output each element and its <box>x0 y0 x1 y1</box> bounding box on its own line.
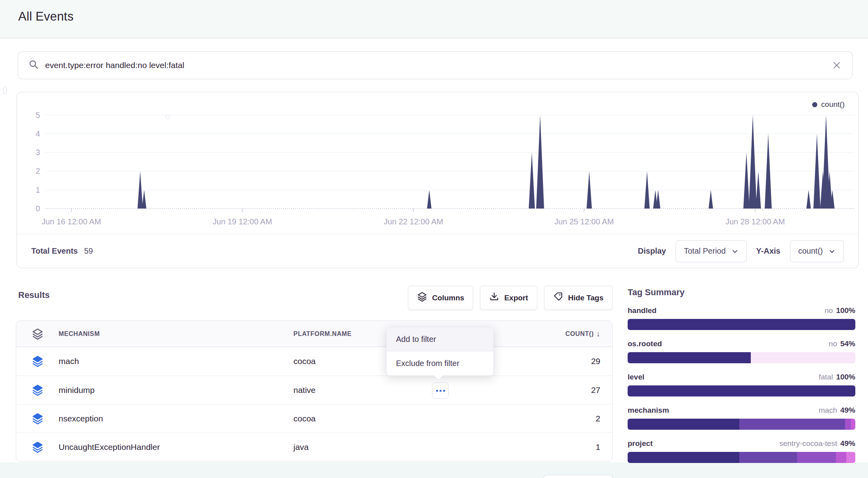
tag-name: handled <box>628 306 657 315</box>
tag-bar-segment[interactable] <box>628 385 855 396</box>
columns-button[interactable]: Columns <box>408 286 473 310</box>
table-row: machcocoa29 <box>16 347 612 376</box>
stack-icon <box>16 413 59 425</box>
tag-summary-item: projectsentry-cocoa-test49% <box>628 439 855 463</box>
tag-bar-segment[interactable] <box>628 452 739 463</box>
page-title: All Events <box>18 9 74 24</box>
tag-summary-panel: Tag Summary handledno100%os.rootedno54%l… <box>628 287 855 472</box>
results-toolbar: ColumnsExportHide Tags <box>408 286 613 310</box>
cell-platform[interactable]: native <box>293 385 483 395</box>
cell-count[interactable]: 27 <box>591 385 612 395</box>
scroll-handle <box>3 87 7 94</box>
stack-icon <box>417 292 427 304</box>
tag-bar-segment[interactable] <box>836 452 846 463</box>
table-row: minidumpnative27 <box>16 376 612 404</box>
cell-mechanism[interactable]: minidump <box>59 385 293 395</box>
tag-percent: 54% <box>840 340 855 348</box>
tag-distribution-bar[interactable] <box>628 419 855 430</box>
cell-count[interactable]: 2 <box>596 414 612 423</box>
cell-platform[interactable]: java <box>293 442 483 452</box>
tag-summary-title: Tag Summary <box>628 287 855 298</box>
stack-icon <box>16 441 59 453</box>
chart-spike <box>529 152 535 209</box>
svg-text:3: 3 <box>36 148 40 157</box>
svg-text:Jun 16 12:00 AM: Jun 16 12:00 AM <box>42 217 101 226</box>
chart-spike <box>743 152 750 209</box>
tag-bar-segment[interactable] <box>851 419 856 430</box>
tag-bar-segment[interactable] <box>845 419 851 430</box>
export-button[interactable]: Export <box>480 286 537 310</box>
yaxis-select[interactable]: count() <box>790 240 844 262</box>
menu-item-add-to-filter[interactable]: Add to filter <box>386 327 493 351</box>
download-icon <box>489 292 499 304</box>
tag-name: os.rooted <box>628 340 662 348</box>
tag-name: project <box>628 439 653 448</box>
legend-label: count() <box>821 100 845 109</box>
column-header-count[interactable]: COUNT() ↓ <box>565 329 612 338</box>
tag-bar-segment[interactable] <box>628 352 751 363</box>
svg-text:0: 0 <box>36 204 40 213</box>
tag-bar-segment[interactable] <box>628 319 855 330</box>
tag-bar-segment[interactable] <box>797 452 836 463</box>
tag-distribution-bar[interactable] <box>628 385 855 396</box>
chevron-down-icon <box>828 248 836 255</box>
tag-top-value: mach <box>819 406 837 415</box>
table-header-row: MECHANISM PLATFORM.NAME COUNT() ↓ <box>16 321 612 347</box>
tag-bar-segment[interactable] <box>846 452 855 463</box>
chart-spike <box>427 190 431 209</box>
cell-mechanism[interactable]: UncaughtExceptionHandler <box>59 442 293 452</box>
display-select[interactable]: Total Period <box>676 240 747 262</box>
stack-icon[interactable] <box>16 328 59 340</box>
tag-bar-segment[interactable] <box>628 419 739 430</box>
svg-text:Jun 28 12:00 AM: Jun 28 12:00 AM <box>725 217 785 226</box>
svg-text:5: 5 <box>36 111 40 120</box>
search-bar[interactable] <box>18 51 853 79</box>
tag-summary-item: levelfatal100% <box>628 373 855 396</box>
row-actions-button[interactable] <box>432 382 449 399</box>
column-header-mechanism[interactable]: MECHANISM <box>59 330 293 338</box>
tag-distribution-bar[interactable] <box>628 452 855 463</box>
chart-spike <box>708 190 713 209</box>
yaxis-label: Y-Axis <box>756 247 780 256</box>
tag-bar-segment[interactable] <box>739 419 845 430</box>
pagination-button[interactable] <box>544 475 613 478</box>
tag-distribution-bar[interactable] <box>628 352 855 363</box>
svg-text:1: 1 <box>36 186 40 194</box>
tag-bar-segment[interactable] <box>739 452 798 463</box>
events-spike-chart: 012345Jun 16 12:00 AMJun 19 12:00 AMJun … <box>17 92 859 234</box>
svg-text:Jun 25 12:00 AM: Jun 25 12:00 AM <box>554 217 614 226</box>
total-events-label: Total Events <box>31 247 78 256</box>
svg-text:Jun 19 12:00 AM: Jun 19 12:00 AM <box>213 217 272 226</box>
chart-spike <box>749 115 757 209</box>
chart-legend[interactable]: count() <box>812 100 845 109</box>
chart-spike <box>142 190 146 209</box>
yaxis-value: count() <box>798 247 823 256</box>
chart-footer: Total Events 59 Display Total Period Y-A… <box>17 234 858 268</box>
stack-icon <box>16 355 59 367</box>
clear-search-icon[interactable] <box>830 59 843 72</box>
tag-name: mechanism <box>628 406 669 415</box>
display-value: Total Period <box>684 247 726 256</box>
menu-item-exclude-from-filter[interactable]: Exclude from filter <box>386 351 493 376</box>
tag-top-value: sentry-cocoa-test <box>779 439 837 448</box>
search-input[interactable] <box>45 61 830 70</box>
tag-distribution-bar[interactable] <box>628 319 855 330</box>
cell-platform[interactable]: cocoa <box>293 414 483 423</box>
tag-bar-segment[interactable] <box>751 352 856 363</box>
svg-text:Jun 22 12:00 AM: Jun 22 12:00 AM <box>384 217 443 226</box>
chevron-down-icon <box>731 248 739 255</box>
svg-text:2: 2 <box>36 167 40 175</box>
table-row: nsexceptioncocoa2 <box>16 404 612 432</box>
cell-count[interactable]: 1 <box>596 442 612 452</box>
app-header: All Events <box>0 0 868 38</box>
tag-percent: 100% <box>836 306 855 315</box>
hide-tags-button[interactable]: Hide Tags <box>544 286 613 310</box>
cell-count[interactable]: 29 <box>591 357 612 366</box>
cell-mechanism[interactable]: nsexception <box>59 414 293 423</box>
cell-context-menu: Add to filter Exclude from filter <box>386 327 494 376</box>
search-icon <box>29 59 39 71</box>
tag-percent: 49% <box>840 406 855 415</box>
cell-mechanism[interactable]: mach <box>59 357 293 366</box>
sort-desc-icon: ↓ <box>596 329 600 338</box>
results-table: MECHANISM PLATFORM.NAME COUNT() ↓ machco… <box>16 321 613 461</box>
